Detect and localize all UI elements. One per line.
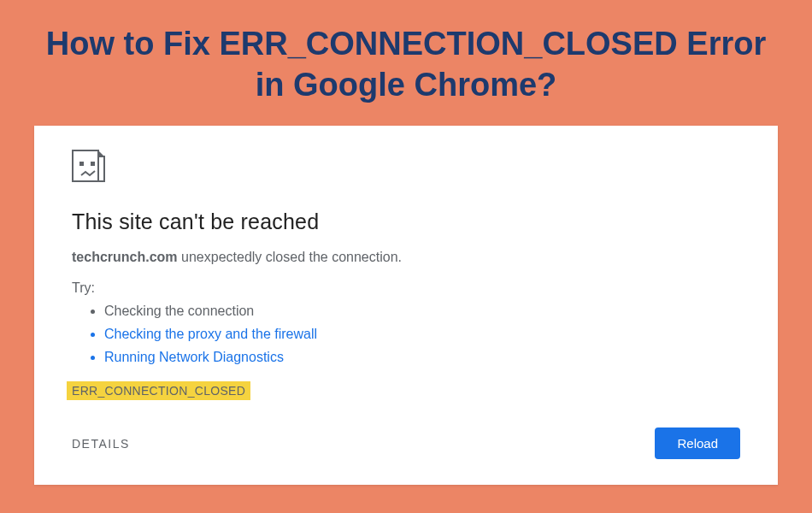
error-heading: This site can't be reached (72, 209, 740, 234)
error-code: ERR_CONNECTION_CLOSED (67, 381, 250, 400)
error-domain: techcrunch.com (72, 250, 178, 264)
svg-rect-4 (79, 162, 84, 166)
suggestion-network-diagnostics[interactable]: Running Network Diagnostics (104, 345, 740, 369)
svg-rect-2 (98, 156, 104, 181)
svg-rect-5 (91, 162, 95, 166)
error-footer: DETAILS Reload (72, 428, 740, 459)
details-button[interactable]: DETAILS (72, 437, 130, 451)
article-title: How to Fix ERR_CONNECTION_CLOSED Error i… (0, 24, 812, 105)
sad-page-icon (72, 150, 740, 209)
svg-marker-1 (98, 150, 104, 156)
try-label: Try: (72, 280, 740, 296)
reload-button[interactable]: Reload (655, 428, 740, 459)
error-message-text: unexpectedly closed the connection. (178, 250, 402, 264)
suggestions-list: Checking the connection Checking the pro… (72, 299, 740, 369)
suggestion-proxy-firewall[interactable]: Checking the proxy and the firewall (104, 322, 740, 345)
suggestion-check-connection: Checking the connection (104, 299, 740, 322)
error-message: techcrunch.com unexpectedly closed the c… (72, 250, 740, 265)
chrome-error-page: This site can't be reached techcrunch.co… (34, 126, 778, 485)
